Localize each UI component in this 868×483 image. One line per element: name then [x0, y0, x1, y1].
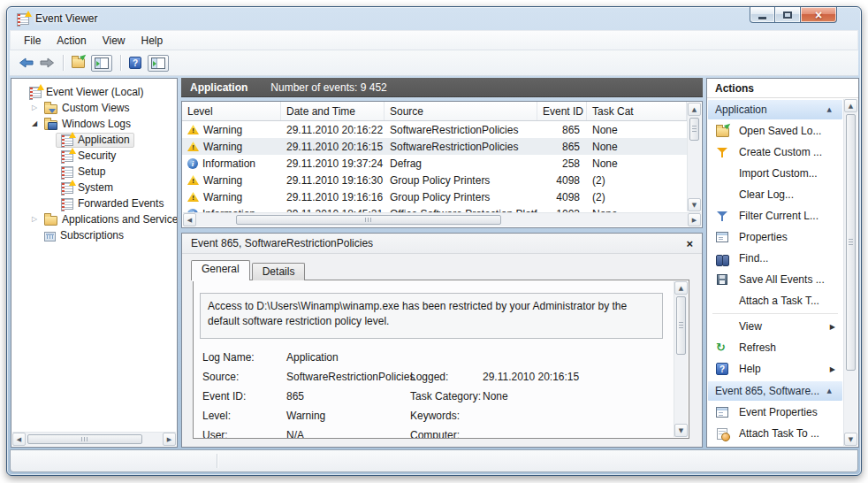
event-list-hscroll-thumb[interactable]: [236, 215, 501, 225]
tree-item-applications-and-services[interactable]: ▷Applications and Services: [11, 211, 177, 227]
show-console-tree-button[interactable]: [91, 55, 112, 72]
action-item-import-custom[interactable]: Import Custom...: [707, 163, 843, 184]
open-saved-log-icon[interactable]: [72, 58, 85, 68]
tree-item-subscriptions[interactable]: Subscriptions: [11, 227, 177, 243]
back-button[interactable]: [19, 58, 34, 68]
tree-item-application[interactable]: Application: [11, 132, 177, 148]
action-item-icon-slot: [713, 407, 731, 418]
event-level-text: Warning: [203, 141, 242, 153]
action-item-properties[interactable]: Properties: [707, 226, 843, 248]
scroll-left-button[interactable]: ◀: [12, 433, 26, 446]
action-item-attach-task-to[interactable]: Attach Task To ...: [707, 423, 843, 444]
action-item-create-custom[interactable]: Create Custom ...: [707, 142, 843, 163]
details-vscrollbar[interactable]: ▲ ▼: [674, 281, 688, 437]
tree-item-windows-logs[interactable]: ◢Windows Logs: [11, 116, 177, 132]
event-row[interactable]: Information29.11.2010 19:37:24Defrag258N…: [182, 155, 687, 172]
expander-collapsed-icon[interactable]: ▷: [29, 100, 40, 116]
event-list-vscroll-thumb[interactable]: [689, 118, 699, 141]
action-pane-icon: [151, 58, 165, 69]
refresh-icon: [716, 341, 728, 354]
tree-item-inner: Windows Logs: [40, 117, 135, 132]
tree-item-security[interactable]: Security: [11, 148, 177, 164]
menu-file[interactable]: File: [16, 33, 49, 49]
minimize-icon: [758, 17, 766, 19]
column-header-date-and-time[interactable]: Date and Time: [281, 102, 385, 120]
action-item-refresh[interactable]: Refresh: [707, 337, 843, 358]
action-item-view[interactable]: View▶: [707, 316, 843, 337]
column-header-level[interactable]: Level: [182, 102, 281, 120]
column-header-source[interactable]: Source: [385, 102, 537, 120]
scroll-right-button[interactable]: ▶: [688, 213, 701, 226]
event-row[interactable]: Information29.11.2010 18:45:21Office Sof…: [182, 205, 687, 212]
menu-view[interactable]: View: [95, 33, 133, 49]
action-item-filter-current-l[interactable]: Filter Current L...: [707, 205, 843, 226]
tree-item-event-viewer-local[interactable]: Event Viewer (Local): [11, 84, 177, 100]
scroll-left-button[interactable]: ◀: [183, 213, 196, 226]
event-log-warn-icon: [64, 134, 73, 146]
menu-action[interactable]: Action: [49, 33, 94, 49]
scroll-up-button[interactable]: ▲: [674, 281, 688, 295]
actions-vscroll-thumb[interactable]: [846, 114, 856, 371]
scroll-down-button[interactable]: ▼: [674, 424, 688, 437]
event-log-icon: [64, 198, 73, 210]
actions-vscrollbar[interactable]: ▲ ▼: [843, 99, 857, 446]
tab-general[interactable]: General: [191, 260, 250, 280]
actions-section-event-865-software[interactable]: Event 865, Software...▲: [708, 381, 842, 401]
column-header-task-cat[interactable]: Task Cat: [587, 102, 687, 120]
expander-expanded-icon[interactable]: ◢: [29, 116, 40, 132]
action-item-icon-slot: [713, 321, 731, 332]
tab-details[interactable]: Details: [252, 263, 306, 280]
tree-hscroll-thumb[interactable]: [27, 434, 142, 444]
back-arrow-icon: [19, 58, 34, 68]
action-item-icon-slot: [713, 189, 731, 200]
action-item-label: Attach a Task T...: [739, 295, 819, 307]
forward-button[interactable]: [40, 58, 55, 68]
expander-collapsed-icon[interactable]: ▷: [29, 211, 40, 227]
restore-button[interactable]: [775, 7, 800, 23]
tree-item-setup[interactable]: Setup: [11, 164, 177, 180]
column-header-event-id[interactable]: Event ID: [537, 102, 587, 120]
actions-section-application[interactable]: Application▲: [708, 100, 842, 119]
scroll-right-button[interactable]: ▶: [163, 433, 176, 446]
scroll-up-button[interactable]: ▲: [844, 99, 857, 112]
close-details-button[interactable]: ×: [686, 237, 693, 250]
event-date-cell: 29.11.2010 20:16:15: [281, 141, 385, 153]
event-source-cell: SoftwareRestrictionPolicies: [385, 124, 537, 136]
event-list-hscrollbar[interactable]: ◀ ▶: [183, 212, 701, 226]
field-value: SoftwareRestrictionPolicies: [286, 371, 410, 383]
event-row[interactable]: Warning29.11.2010 19:16:30Group Policy P…: [182, 172, 687, 188]
event-list-rows: Warning29.11.2010 20:16:22SoftwareRestri…: [182, 121, 687, 212]
event-row[interactable]: Warning29.11.2010 19:16:16Group Policy P…: [182, 188, 687, 205]
event-row[interactable]: Warning29.11.2010 20:16:15SoftwareRestri…: [182, 138, 687, 155]
tree-item-label: Security: [78, 150, 116, 162]
action-item-find[interactable]: Find...: [707, 248, 843, 269]
action-item-clear-log[interactable]: Clear Log...: [707, 184, 843, 205]
close-button[interactable]: ×: [800, 7, 837, 23]
minimize-button[interactable]: [750, 7, 775, 23]
action-item-open-saved-lo[interactable]: Open Saved Lo...: [707, 120, 843, 142]
scroll-down-button[interactable]: ▼: [844, 433, 857, 446]
details-vscroll-thumb[interactable]: [676, 296, 686, 355]
menu-help[interactable]: Help: [133, 33, 171, 49]
help-icon[interactable]: [129, 57, 141, 69]
tree-item-custom-views[interactable]: ▷Custom Views: [11, 100, 177, 116]
action-item-event-properties[interactable]: Event Properties: [707, 402, 843, 423]
field-label: Log Name:: [202, 351, 286, 364]
action-item-save-all-events[interactable]: Save All Events ...: [707, 269, 843, 290]
tree-item-system[interactable]: System: [11, 180, 177, 196]
event-date-cell: 29.11.2010 19:37:24: [281, 157, 385, 170]
scroll-up-button[interactable]: ▲: [688, 103, 701, 116]
scroll-down-button[interactable]: ▼: [688, 198, 701, 211]
collapse-arrow-icon[interactable]: ▲: [827, 106, 835, 113]
event-row[interactable]: Warning29.11.2010 20:16:22SoftwareRestri…: [182, 121, 687, 138]
action-item-help[interactable]: Help▶: [707, 358, 843, 380]
show-action-pane-button[interactable]: [148, 55, 169, 72]
event-list-vscrollbar[interactable]: ▲ ▼: [687, 103, 701, 211]
console-tree-panel: Event Viewer (Local)▷Custom Views◢Window…: [11, 78, 178, 448]
collapse-arrow-icon[interactable]: ▲: [827, 387, 835, 395]
action-item-attach-a-task-t[interactable]: Attach a Task T...: [707, 290, 843, 311]
tree-hscrollbar[interactable]: ◀ ▶: [12, 432, 176, 446]
tree-item-forwarded-events[interactable]: Forwarded Events: [11, 196, 177, 211]
titlebar[interactable]: Event Viewer: [7, 7, 861, 30]
event-message[interactable]: Access to D:\Users\Winamp\winamp.exe has…: [200, 293, 663, 339]
